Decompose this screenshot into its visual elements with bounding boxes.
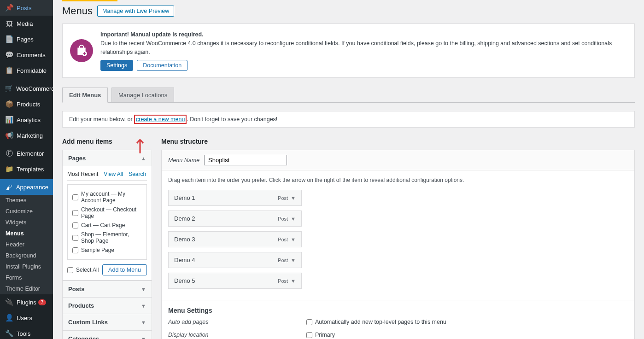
panel-head[interactable]: Products▼ [63, 298, 152, 314]
panel-label: Custom Links [68, 319, 108, 326]
sidebar-label: Elementor [17, 150, 44, 157]
users-icon: 👤 [5, 313, 14, 322]
form-icon: 📋 [5, 66, 14, 75]
menu-item-box[interactable]: Demo 4Post▼ [168, 252, 302, 268]
sidebar-item-comments[interactable]: 💬Comments [0, 47, 53, 63]
menu-item-type: Post [278, 237, 288, 242]
page-checkbox[interactable] [72, 222, 78, 228]
mini-tab-search[interactable]: Search [129, 171, 146, 177]
caret-down-icon: ▼ [291, 216, 296, 222]
notice-strong: Important! Manual update is required. [100, 31, 204, 38]
page-checkbox[interactable] [72, 194, 78, 200]
panel-pages-head[interactable]: Pages ▲ [63, 150, 152, 166]
submenu-widgets[interactable]: Widgets [0, 217, 53, 228]
menu-name-input[interactable] [204, 155, 287, 165]
sidebar-item-woocommerce[interactable]: 🛒WooCommerce [0, 81, 53, 96]
media-icon: 🖼 [5, 19, 14, 28]
sidebar-label: Media [17, 20, 33, 27]
sidebar-item-posts[interactable]: 📌Posts [0, 0, 53, 16]
create-new-menu-link[interactable]: create a new menu [134, 115, 187, 124]
page-item[interactable]: Checkout — Checkout Page [72, 205, 142, 221]
select-all-label: Select All [76, 267, 99, 273]
menu-item-box[interactable]: Demo 1Post▼ [168, 190, 302, 206]
page-item[interactable]: Cart — Cart Page [72, 221, 142, 230]
page-checkbox[interactable] [72, 235, 78, 241]
sidebar-item-media[interactable]: 🖼Media [0, 16, 53, 31]
product-icon: 📦 [5, 99, 14, 109]
caret-down-icon: ▼ [291, 237, 296, 242]
page-icon: 📄 [5, 35, 14, 44]
sidebar-label: Products [17, 101, 40, 108]
panel-head[interactable]: Categories▼ [63, 331, 152, 339]
panel-head[interactable]: Posts▼ [63, 281, 152, 297]
sidebar-item-appearance[interactable]: 🖌Appearance [0, 179, 53, 195]
notice-text: Due to the recent WooCommerce 4.0 change… [100, 39, 627, 57]
page-checkbox[interactable] [72, 210, 78, 216]
menu-item-box[interactable]: Demo 5Post▼ [168, 273, 302, 289]
tab-manage-locations[interactable]: Manage Locations [111, 88, 174, 102]
mini-tab-most-recent[interactable]: Most Recent [67, 171, 98, 177]
sidebar-item-plugins[interactable]: 🔌Plugins7 [0, 294, 53, 310]
menu-item-type: Post [278, 257, 288, 263]
sidebar-item-products[interactable]: 📦Products [0, 96, 53, 112]
page-item[interactable]: Shop — Elementor, Shop Page [72, 230, 142, 245]
info-before: Edit your menu below, or [69, 116, 134, 123]
page-item-label: My account — My Account Page [81, 191, 142, 204]
submenu-themes[interactable]: Themes [0, 195, 53, 206]
submenu-forms[interactable]: Forms [0, 272, 53, 283]
panel-posts: Posts▼ [62, 281, 152, 298]
submenu-customize[interactable]: Customize [0, 206, 53, 217]
submenu-header[interactable]: Header [0, 239, 53, 250]
pin-icon: 📌 [5, 3, 14, 12]
add-to-menu-button[interactable]: Add to Menu [102, 264, 147, 275]
accent-bar [62, 0, 117, 1]
page-checkbox[interactable] [72, 247, 78, 253]
sidebar-item-users[interactable]: 👤Users [0, 310, 53, 326]
panel-pages: Pages ▲ Most RecentView AllSearch My acc… [62, 150, 152, 281]
panel-head[interactable]: Custom Links▼ [63, 314, 152, 330]
tab-edit-menus[interactable]: Edit Menus [62, 88, 108, 103]
menu-tabs: Edit Menus Manage Locations [62, 87, 635, 103]
sidebar-item-analytics[interactable]: 📊Analytics [0, 112, 53, 128]
select-all-checkbox[interactable] [67, 267, 73, 273]
page-item[interactable]: My account — My Account Page [72, 189, 142, 205]
panel-products: Products▼ [62, 298, 152, 314]
submenu-background[interactable]: Background [0, 250, 53, 261]
admin-sidebar: 📌Posts🖼Media📄Pages💬Comments📋Formidable🛒W… [0, 0, 53, 339]
caret-down-icon: ▼ [141, 286, 146, 292]
sidebar-label: Appearance [16, 184, 48, 191]
sidebar-item-marketing[interactable]: 📢Marketing [0, 128, 53, 143]
documentation-button[interactable]: Documentation [137, 60, 187, 71]
sidebar-label: Pages [17, 36, 34, 43]
sidebar-label: Templates [17, 166, 44, 173]
sidebar-label: Formidable [17, 67, 47, 74]
location-primary[interactable]: Primary [306, 332, 335, 338]
sidebar-label: Tools [17, 330, 30, 337]
live-preview-button[interactable]: Manage with Live Preview [97, 6, 174, 17]
select-all[interactable]: Select All [67, 267, 99, 273]
sidebar-item-templates[interactable]: 📁Templates [0, 161, 53, 177]
menu-item-box[interactable]: Demo 3Post▼ [168, 231, 302, 247]
auto-add-checkbox[interactable] [306, 319, 312, 325]
sidebar-item-elementor[interactable]: ⒺElementor [0, 146, 53, 161]
panel-label: Categories [68, 335, 99, 339]
location-checkbox[interactable] [306, 332, 312, 338]
submenu-theme-editor[interactable]: Theme Editor [0, 283, 53, 294]
structure-title: Menu structure [161, 138, 635, 145]
sidebar-item-pages[interactable]: 📄Pages [0, 31, 53, 47]
submenu-menus[interactable]: Menus [0, 228, 53, 239]
settings-button[interactable]: Settings [100, 60, 133, 71]
panel-custom-links: Custom Links▼ [62, 314, 152, 331]
update-badge: 7 [38, 299, 47, 305]
caret-down-icon: ▼ [141, 320, 146, 325]
submenu-install-plugins[interactable]: Install Plugins [0, 261, 53, 272]
location-label: Primary [315, 332, 335, 338]
panel-pages-label: Pages [68, 155, 86, 162]
page-item[interactable]: Sample Page [72, 245, 142, 255]
menu-item-label: Demo 5 [174, 277, 195, 284]
sidebar-item-formidable[interactable]: 📋Formidable [0, 63, 53, 78]
sidebar-item-tools[interactable]: 🔧Tools [0, 326, 53, 339]
menu-item-box[interactable]: Demo 2Post▼ [168, 210, 302, 227]
auto-add-option[interactable]: Automatically add new top-level pages to… [306, 319, 446, 325]
mini-tab-view-all[interactable]: View All [104, 171, 123, 177]
